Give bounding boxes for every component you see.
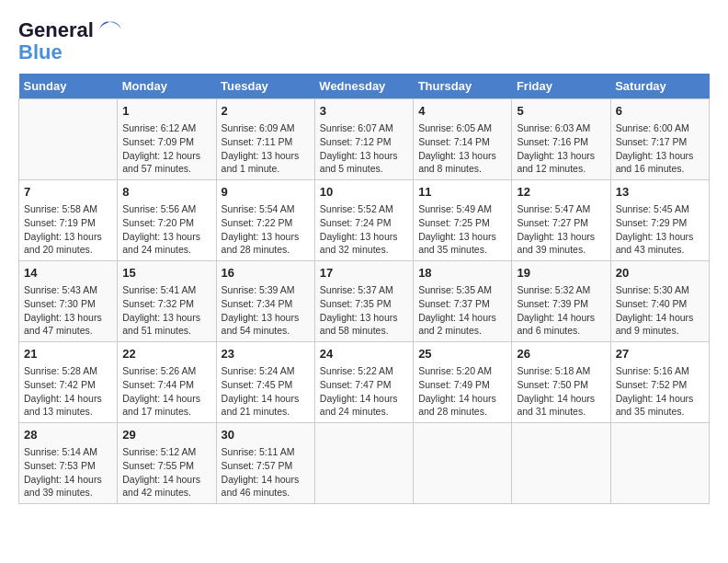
calendar-header-row: SundayMondayTuesdayWednesdayThursdayFrid…: [19, 74, 710, 99]
calendar-cell: [19, 99, 118, 180]
calendar-table: SundayMondayTuesdayWednesdayThursdayFrid…: [18, 74, 710, 504]
logo-general: General: [18, 18, 94, 41]
day-number: 21: [24, 346, 112, 362]
day-number: 19: [517, 265, 605, 282]
logo: General Blue: [18, 18, 123, 64]
day-info: Sunrise: 5:26 AM Sunset: 7:44 PM Dayligh…: [122, 364, 210, 419]
day-info: Sunrise: 5:45 AM Sunset: 7:29 PM Dayligh…: [616, 202, 704, 257]
day-info: Sunrise: 6:05 AM Sunset: 7:14 PM Dayligh…: [418, 121, 506, 176]
day-number: 12: [517, 184, 605, 201]
calendar-cell: 28Sunrise: 5:14 AM Sunset: 7:53 PM Dayli…: [19, 422, 118, 503]
calendar-cell: 15Sunrise: 5:41 AM Sunset: 7:32 PM Dayli…: [118, 261, 216, 342]
calendar-cell: 27Sunrise: 5:16 AM Sunset: 7:52 PM Dayli…: [610, 342, 709, 423]
header-friday: Friday: [512, 74, 610, 99]
calendar-cell: 6Sunrise: 6:00 AM Sunset: 7:17 PM Daylig…: [610, 99, 709, 180]
calendar-cell: 14Sunrise: 5:43 AM Sunset: 7:30 PM Dayli…: [19, 261, 118, 342]
day-info: Sunrise: 5:28 AM Sunset: 7:42 PM Dayligh…: [24, 364, 112, 419]
calendar-cell: 3Sunrise: 6:07 AM Sunset: 7:12 PM Daylig…: [314, 99, 413, 180]
calendar-week-2: 14Sunrise: 5:43 AM Sunset: 7:30 PM Dayli…: [19, 261, 710, 342]
day-number: 29: [122, 427, 210, 443]
calendar-cell: 2Sunrise: 6:09 AM Sunset: 7:11 PM Daylig…: [216, 99, 314, 180]
day-info: Sunrise: 5:58 AM Sunset: 7:19 PM Dayligh…: [24, 202, 112, 257]
calendar-cell: 12Sunrise: 5:47 AM Sunset: 7:27 PM Dayli…: [512, 180, 610, 261]
day-number: 26: [517, 346, 605, 362]
calendar-cell: [512, 422, 610, 503]
header-thursday: Thursday: [414, 74, 512, 99]
calendar-cell: 5Sunrise: 6:03 AM Sunset: 7:16 PM Daylig…: [512, 99, 610, 180]
calendar-cell: 1Sunrise: 6:12 AM Sunset: 7:09 PM Daylig…: [118, 99, 216, 180]
day-number: 7: [24, 184, 112, 201]
calendar-week-0: 1Sunrise: 6:12 AM Sunset: 7:09 PM Daylig…: [19, 99, 710, 180]
day-number: 9: [222, 184, 310, 201]
day-info: Sunrise: 6:12 AM Sunset: 7:09 PM Dayligh…: [122, 121, 210, 176]
day-info: Sunrise: 5:35 AM Sunset: 7:37 PM Dayligh…: [418, 283, 506, 338]
day-info: Sunrise: 5:30 AM Sunset: 7:40 PM Dayligh…: [616, 283, 704, 338]
calendar-cell: [610, 422, 709, 503]
day-number: 4: [418, 103, 506, 120]
day-number: 1: [122, 103, 210, 120]
calendar-cell: 22Sunrise: 5:26 AM Sunset: 7:44 PM Dayli…: [118, 342, 216, 423]
calendar-cell: 13Sunrise: 5:45 AM Sunset: 7:29 PM Dayli…: [610, 180, 709, 261]
day-info: Sunrise: 5:49 AM Sunset: 7:25 PM Dayligh…: [418, 202, 506, 257]
calendar-cell: 7Sunrise: 5:58 AM Sunset: 7:19 PM Daylig…: [19, 180, 118, 261]
day-info: Sunrise: 5:24 AM Sunset: 7:45 PM Dayligh…: [222, 364, 310, 419]
day-info: Sunrise: 5:54 AM Sunset: 7:22 PM Dayligh…: [222, 202, 310, 257]
day-info: Sunrise: 5:22 AM Sunset: 7:47 PM Dayligh…: [320, 364, 408, 419]
day-number: 10: [320, 184, 408, 201]
calendar-cell: 26Sunrise: 5:18 AM Sunset: 7:50 PM Dayli…: [512, 342, 610, 423]
day-number: 30: [222, 427, 310, 443]
day-info: Sunrise: 6:03 AM Sunset: 7:16 PM Dayligh…: [517, 121, 605, 176]
day-number: 15: [122, 265, 210, 282]
day-number: 2: [222, 103, 310, 120]
day-number: 27: [616, 346, 704, 362]
header-wednesday: Wednesday: [314, 74, 413, 99]
calendar-cell: [414, 422, 512, 503]
day-info: Sunrise: 5:39 AM Sunset: 7:34 PM Dayligh…: [222, 283, 310, 338]
calendar-cell: 20Sunrise: 5:30 AM Sunset: 7:40 PM Dayli…: [610, 261, 709, 342]
calendar-cell: 23Sunrise: 5:24 AM Sunset: 7:45 PM Dayli…: [216, 342, 314, 423]
day-number: 8: [122, 184, 210, 201]
day-info: Sunrise: 5:16 AM Sunset: 7:52 PM Dayligh…: [616, 364, 704, 419]
day-info: Sunrise: 5:18 AM Sunset: 7:50 PM Dayligh…: [517, 364, 605, 419]
calendar-cell: 8Sunrise: 5:56 AM Sunset: 7:20 PM Daylig…: [118, 180, 216, 261]
day-number: 5: [517, 103, 605, 120]
day-number: 20: [616, 265, 704, 282]
day-info: Sunrise: 5:52 AM Sunset: 7:24 PM Dayligh…: [320, 202, 408, 257]
day-number: 22: [122, 346, 210, 362]
day-number: 23: [222, 346, 310, 362]
calendar-cell: 30Sunrise: 5:11 AM Sunset: 7:57 PM Dayli…: [216, 422, 314, 503]
day-number: 14: [24, 265, 112, 282]
day-number: 25: [418, 346, 506, 362]
calendar-cell: 19Sunrise: 5:32 AM Sunset: 7:39 PM Dayli…: [512, 261, 610, 342]
calendar-cell: 11Sunrise: 5:49 AM Sunset: 7:25 PM Dayli…: [414, 180, 512, 261]
calendar-cell: 25Sunrise: 5:20 AM Sunset: 7:49 PM Dayli…: [414, 342, 512, 423]
header-monday: Monday: [118, 74, 216, 99]
day-info: Sunrise: 5:37 AM Sunset: 7:35 PM Dayligh…: [320, 283, 408, 338]
calendar-cell: 24Sunrise: 5:22 AM Sunset: 7:47 PM Dayli…: [314, 342, 413, 423]
day-info: Sunrise: 5:47 AM Sunset: 7:27 PM Dayligh…: [517, 202, 605, 257]
header-tuesday: Tuesday: [216, 74, 314, 99]
calendar-cell: 4Sunrise: 6:05 AM Sunset: 7:14 PM Daylig…: [414, 99, 512, 180]
calendar-cell: 18Sunrise: 5:35 AM Sunset: 7:37 PM Dayli…: [414, 261, 512, 342]
calendar-cell: 17Sunrise: 5:37 AM Sunset: 7:35 PM Dayli…: [314, 261, 413, 342]
day-number: 18: [418, 265, 506, 282]
day-number: 28: [24, 427, 112, 443]
day-info: Sunrise: 5:11 AM Sunset: 7:57 PM Dayligh…: [222, 445, 310, 500]
logo-bird-icon: [96, 18, 123, 44]
day-info: Sunrise: 6:07 AM Sunset: 7:12 PM Dayligh…: [320, 121, 408, 176]
calendar-cell: 29Sunrise: 5:12 AM Sunset: 7:55 PM Dayli…: [118, 422, 216, 503]
calendar-cell: 16Sunrise: 5:39 AM Sunset: 7:34 PM Dayli…: [216, 261, 314, 342]
calendar-week-3: 21Sunrise: 5:28 AM Sunset: 7:42 PM Dayli…: [19, 342, 710, 423]
day-number: 17: [320, 265, 408, 282]
day-info: Sunrise: 5:41 AM Sunset: 7:32 PM Dayligh…: [122, 283, 210, 338]
day-number: 24: [320, 346, 408, 362]
day-info: Sunrise: 5:20 AM Sunset: 7:49 PM Dayligh…: [418, 364, 506, 419]
page-header: General Blue: [18, 18, 710, 64]
day-number: 13: [616, 184, 704, 201]
day-info: Sunrise: 5:43 AM Sunset: 7:30 PM Dayligh…: [24, 283, 112, 338]
calendar-cell: 21Sunrise: 5:28 AM Sunset: 7:42 PM Dayli…: [19, 342, 118, 423]
day-number: 3: [320, 103, 408, 120]
day-info: Sunrise: 6:09 AM Sunset: 7:11 PM Dayligh…: [222, 121, 310, 176]
day-number: 6: [616, 103, 704, 120]
day-info: Sunrise: 6:00 AM Sunset: 7:17 PM Dayligh…: [616, 121, 704, 176]
